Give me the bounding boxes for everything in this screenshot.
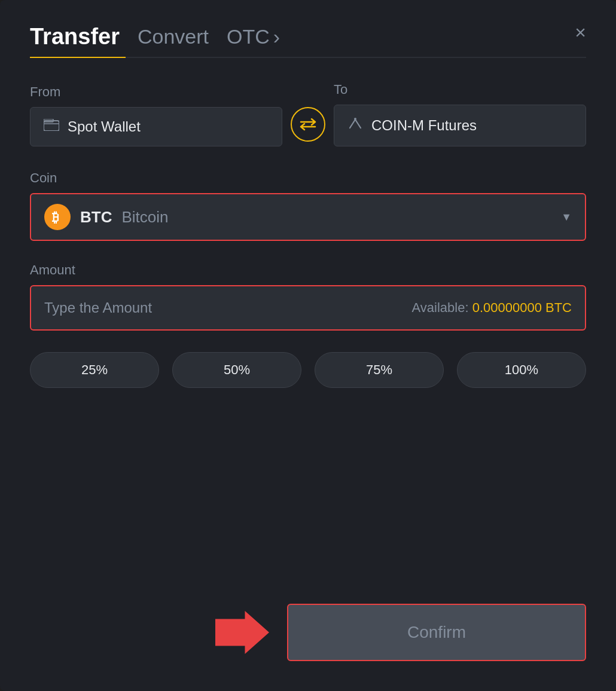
transfer-modal: × Transfer Convert OTC › From Spo: [0, 0, 616, 691]
to-wallet-name: COIN-M Futures: [371, 117, 477, 134]
to-label: To: [334, 82, 586, 97]
btc-icon: ₿: [44, 204, 71, 230]
futures-icon: [347, 116, 363, 135]
percentage-row: 25% 50% 75% 100%: [30, 352, 586, 388]
amount-label: Amount: [30, 262, 586, 278]
tab-otc[interactable]: OTC ›: [227, 25, 280, 56]
close-button[interactable]: ×: [575, 23, 586, 42]
from-wallet-name: Spot Wallet: [68, 118, 141, 135]
tab-transfer[interactable]: Transfer: [30, 24, 120, 57]
coin-symbol: BTC: [80, 208, 112, 227]
swap-container: [282, 107, 334, 146]
available-value: 0.00000000 BTC: [472, 300, 572, 315]
from-section: From Spot Wallet: [30, 84, 282, 146]
tab-underline-active: [30, 57, 126, 58]
svg-point-3: [354, 118, 356, 120]
coin-name: Bitcoin: [121, 208, 168, 227]
available-text: Available: 0.00000000 BTC: [412, 300, 572, 316]
pct-75-button[interactable]: 75%: [315, 352, 444, 388]
arrow-indicator: [215, 609, 269, 656]
coin-dropdown-arrow: ▼: [561, 211, 572, 224]
swap-button[interactable]: [291, 107, 325, 142]
svg-text:₿: ₿: [52, 210, 59, 225]
tabs-header: Transfer Convert OTC ›: [30, 24, 586, 57]
wallet-icon: [44, 119, 59, 134]
to-section: To COIN-M Futures: [334, 82, 586, 146]
amount-input-row: Available: 0.00000000 BTC: [30, 285, 586, 331]
coin-section: Coin ₿ BTC Bitcoin ▼: [30, 170, 586, 241]
coin-label: Coin: [30, 170, 586, 186]
tab-convert[interactable]: Convert: [138, 25, 209, 56]
from-label: From: [30, 84, 282, 100]
amount-input[interactable]: [44, 299, 412, 316]
pct-50-button[interactable]: 50%: [172, 352, 301, 388]
tab-underline: [30, 57, 586, 58]
pct-25-button[interactable]: 25%: [30, 352, 159, 388]
bottom-area: Confirm: [30, 592, 586, 661]
confirm-button[interactable]: Confirm: [287, 604, 586, 661]
amount-section: Amount Available: 0.00000000 BTC: [30, 262, 586, 331]
to-wallet-selector[interactable]: COIN-M Futures: [334, 105, 586, 146]
from-wallet-selector[interactable]: Spot Wallet: [30, 107, 282, 146]
svg-marker-5: [215, 611, 269, 654]
pct-100-button[interactable]: 100%: [457, 352, 586, 388]
coin-selector[interactable]: ₿ BTC Bitcoin ▼: [30, 193, 586, 241]
from-to-row: From Spot Wallet: [30, 82, 586, 146]
